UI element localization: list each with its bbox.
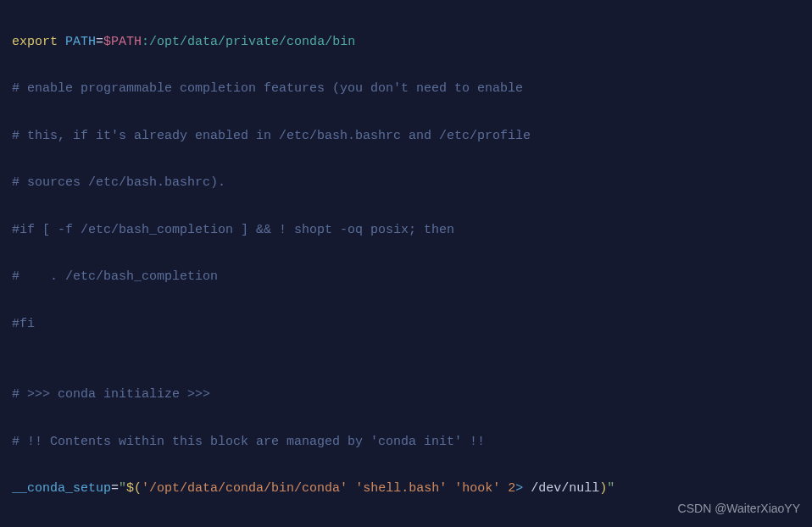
code-comment: #if [ -f /etc/bash_completion ] && ! sho… <box>12 219 800 242</box>
redirect-operator: > <box>515 481 523 496</box>
code-line: __conda_setup="$('/opt/data/conda/bin/co… <box>12 477 800 501</box>
command-substitution: $( <box>126 481 142 496</box>
path-literal: /opt/data/private/conda/bin <box>149 35 355 49</box>
code-comment: # . /etc/bash_completion <box>12 265 800 289</box>
variable-value: $PATH <box>103 35 142 49</box>
dev-null: /dev/null <box>531 481 599 496</box>
path-literal: : <box>142 35 149 49</box>
code-line: export PATH=$PATH:/opt/data/private/cond… <box>12 31 800 54</box>
equals-sign: = <box>111 481 119 496</box>
string-quote: " <box>607 481 615 496</box>
code-comment: # this, if it's already enabled in /etc/… <box>12 125 800 148</box>
string-literal: 'shell.bash' <box>355 481 447 496</box>
keyword-export: export <box>12 35 58 49</box>
code-comment: # enable programmable completion feature… <box>12 77 800 101</box>
code-comment: # >>> conda initialize >>> <box>12 383 800 407</box>
close-paren: ) <box>599 481 607 496</box>
code-comment: #fi <box>12 313 800 336</box>
equals-sign: = <box>96 35 103 49</box>
number-literal: 2 <box>508 481 515 496</box>
code-comment: # !! Contents within this block are mana… <box>12 430 800 454</box>
watermark-text: CSDN @WaiterXiaoYY <box>678 498 800 520</box>
variable-path: PATH <box>65 35 96 49</box>
code-comment: # sources /etc/bash.bashrc). <box>12 171 800 195</box>
code-line: if [ $? -eq 0 ]; then <box>12 524 800 528</box>
string-quote: " <box>119 481 126 496</box>
string-literal: 'hook' <box>454 481 500 496</box>
string-literal: '/opt/data/conda/bin/conda' <box>142 481 348 496</box>
variable-name: __conda_setup <box>12 481 111 496</box>
code-block: export PATH=$PATH:/opt/data/private/cond… <box>12 7 800 527</box>
